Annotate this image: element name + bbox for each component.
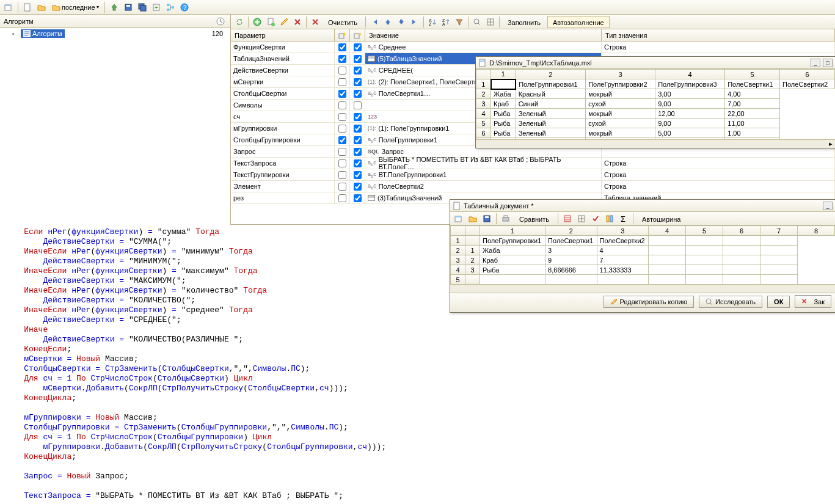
- param-value-cell[interactable]: abc ВЫБРАТЬ * ПОМЕСТИТЬ ВТ Из &ВТ КАК ВТ…: [365, 158, 602, 169]
- param-chk2[interactable]: [350, 111, 365, 122]
- param-value-cell[interactable]: abc ПолеСвертки2: [365, 181, 602, 192]
- param-chk2[interactable]: [350, 65, 365, 76]
- tdoc-print-icon[interactable]: [500, 213, 512, 225]
- param-row[interactable]: ТекстГруппировкиabc ВТ.ПолеГруппировки1С…: [231, 169, 835, 181]
- tdoc-scrollbar[interactable]: [450, 284, 835, 293]
- add-green-icon[interactable]: [251, 16, 263, 28]
- param-chk1[interactable]: [335, 123, 350, 134]
- move-down-icon[interactable]: [395, 16, 407, 28]
- param-chk2[interactable]: [350, 100, 365, 111]
- param-row[interactable]: ФункцияСверткиabc СреднееСтрока: [231, 42, 835, 53]
- param-chk1[interactable]: [335, 192, 350, 203]
- sort-asc-icon[interactable]: AZ: [426, 16, 439, 28]
- tdoc-pivot-icon[interactable]: [603, 213, 616, 225]
- param-chk2[interactable]: [350, 146, 365, 157]
- new-tab-icon[interactable]: [2, 1, 15, 13]
- param-chk2[interactable]: [350, 192, 365, 203]
- param-chk1[interactable]: [335, 181, 350, 192]
- param-name-cell[interactable]: СтолбцыГруппировки: [231, 134, 335, 145]
- param-name-cell[interactable]: Элемент: [231, 181, 335, 192]
- grid-icon[interactable]: [484, 16, 497, 28]
- param-name-cell[interactable]: мГруппировки: [231, 123, 335, 134]
- param-name-cell[interactable]: мСвертки: [231, 76, 335, 87]
- param-chk1[interactable]: [335, 169, 350, 180]
- clear-button[interactable]: Очистить: [323, 16, 363, 28]
- param-col-chk2[interactable]: [350, 29, 365, 41]
- param-name-cell[interactable]: ТекстЗапроса: [231, 158, 335, 169]
- param-chk1[interactable]: [335, 146, 350, 157]
- mxl-titlebar[interactable]: D:\Smirnov_Tmp\ИсхТаблица.mxl _ □: [476, 57, 835, 69]
- move-up-icon[interactable]: [382, 16, 394, 28]
- param-col-type[interactable]: Тип значения: [602, 29, 835, 41]
- edit-copy-button[interactable]: Редактировать копию: [603, 296, 694, 308]
- param-name-cell[interactable]: рез: [231, 192, 335, 203]
- tdoc-open-icon[interactable]: [467, 213, 479, 225]
- tdoc-compare-button[interactable]: Сравнить: [514, 213, 555, 225]
- up-icon[interactable]: [108, 1, 120, 13]
- param-name-cell[interactable]: ТекстГруппировки: [231, 169, 335, 180]
- help-icon[interactable]: ?: [178, 1, 191, 13]
- tree-node-root[interactable]: ▪ Алгоритм 120: [0, 28, 230, 39]
- param-name-cell[interactable]: ТаблицаЗначений: [231, 53, 335, 64]
- save-icon[interactable]: [122, 1, 134, 13]
- tree-expand-icon[interactable]: ▪: [12, 30, 18, 37]
- add-item-icon[interactable]: +: [150, 1, 162, 13]
- open-folder-icon[interactable]: [35, 1, 48, 13]
- tdoc-check-icon[interactable]: [589, 213, 602, 225]
- tdoc-grid1-icon[interactable]: [561, 213, 574, 225]
- ok-button[interactable]: ОК: [767, 296, 790, 308]
- param-name-cell[interactable]: сч: [231, 111, 335, 122]
- autofill-button[interactable]: Автозаполнение: [547, 16, 610, 28]
- mxl-minimize-button[interactable]: _: [811, 59, 820, 67]
- param-col-value[interactable]: Значение: [365, 29, 602, 41]
- param-row[interactable]: Элементabc ПолеСвертки2Строка: [231, 181, 835, 192]
- param-chk1[interactable]: [335, 42, 350, 53]
- param-chk1[interactable]: [335, 65, 350, 76]
- sort-desc-icon[interactable]: ZA: [440, 16, 452, 28]
- mxl-grid[interactable]: 1234561ПолеГруппировки1ПолеГруппировки2П…: [476, 69, 835, 139]
- param-chk1[interactable]: [335, 111, 350, 122]
- move-last-icon[interactable]: [409, 16, 421, 28]
- param-value-cell[interactable]: abc Среднее: [365, 42, 602, 53]
- filter-icon[interactable]: [453, 16, 465, 28]
- tdoc-autowidth-button[interactable]: Автоширина: [636, 213, 686, 225]
- tdoc-sum-icon[interactable]: Σ: [618, 213, 630, 225]
- param-name-cell[interactable]: СтолбцыСвертки: [231, 88, 335, 99]
- tree-area[interactable]: ▪ Алгоритм 120: [0, 28, 230, 224]
- new-file-icon[interactable]: [21, 1, 34, 13]
- param-chk1[interactable]: [335, 88, 350, 99]
- explore-button[interactable]: Исследовать: [699, 296, 762, 308]
- param-chk2[interactable]: [350, 181, 365, 192]
- param-value-cell[interactable]: abc ВТ.ПолеГруппировки1: [365, 169, 602, 180]
- tdoc-save-icon[interactable]: [481, 213, 493, 225]
- param-name-cell[interactable]: Символы: [231, 100, 335, 111]
- param-col-name[interactable]: Параметр: [231, 29, 335, 41]
- param-chk2[interactable]: [350, 134, 365, 145]
- refresh-icon[interactable]: [233, 16, 246, 28]
- param-chk2[interactable]: [350, 42, 365, 53]
- param-chk2[interactable]: [350, 158, 365, 169]
- close-button[interactable]: ✕ Зак: [795, 295, 831, 308]
- recent-dropdown[interactable]: последние▾: [49, 2, 101, 13]
- fill-button[interactable]: Заполнить: [502, 16, 546, 28]
- mxl-maximize-button[interactable]: □: [823, 59, 833, 67]
- param-col-chk1[interactable]: [335, 29, 350, 41]
- tdoc-minimize-button[interactable]: _: [823, 202, 833, 210]
- param-chk2[interactable]: [350, 169, 365, 180]
- tdoc-new-icon[interactable]: [453, 213, 465, 225]
- param-name-cell[interactable]: ДействиеСвертки: [231, 65, 335, 76]
- param-name-cell[interactable]: Запрос: [231, 146, 335, 157]
- tdoc-titlebar[interactable]: Табличный документ * _: [450, 200, 835, 212]
- save-all-icon[interactable]: [136, 1, 148, 13]
- copy-icon[interactable]: [264, 16, 277, 28]
- clock-icon[interactable]: [214, 15, 227, 27]
- param-chk1[interactable]: [335, 100, 350, 111]
- param-chk1[interactable]: [335, 134, 350, 145]
- param-chk1[interactable]: [335, 53, 350, 64]
- param-row[interactable]: ТекстЗапросаabc ВЫБРАТЬ * ПОМЕСТИТЬ ВТ И…: [231, 158, 835, 169]
- param-chk2[interactable]: [350, 88, 365, 99]
- delete-red-icon[interactable]: [291, 16, 304, 28]
- param-chk1[interactable]: [335, 76, 350, 87]
- tdoc-grid[interactable]: 123456781ПолеГруппировки1ПолеСвертки1Пол…: [450, 225, 835, 284]
- mxl-scrollbar[interactable]: ▸: [476, 139, 835, 148]
